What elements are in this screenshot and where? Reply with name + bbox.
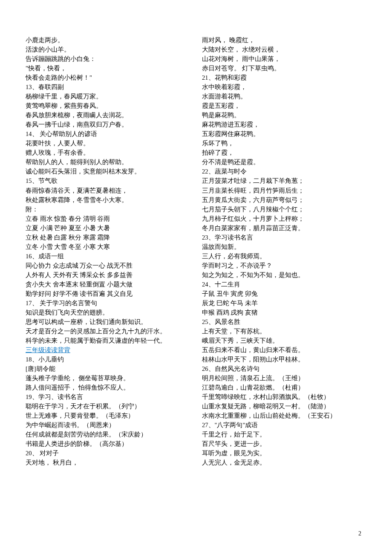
text-line: 19、学习、读书名言 (26, 392, 190, 402)
text-line: 立夏 小满 芒种 夏至 小暑 大暑 (26, 223, 190, 233)
text-line: 15、节气歌 (26, 176, 190, 185)
text-line: 13、春联四副 (26, 82, 190, 92)
text-line: 17、 关于学习的名言警句 (26, 298, 190, 308)
text-line: 霞是五彩霞， (202, 101, 366, 110)
text-line: 立冬 小雪 大雪 冬至 小寒 大寒 (26, 242, 190, 251)
text-line: 27、"八字两句"成语 (202, 420, 366, 430)
text-line: 麻花鸭游进五彩霞， (202, 120, 366, 129)
text-line: 耳听为虚，眼见为实。 (202, 448, 366, 458)
text-line: 春雨惊春清谷天，夏满芒夏暑相连， (26, 186, 190, 195)
text-line: 帮助别人的人，能得到别人的帮助。 (26, 157, 190, 167)
text-line: 同心协力 众志成城 万众一心 战无不胜 (26, 261, 190, 270)
text-line: 天才是百分之一的灵感加上百分之九十九的汗水。 (26, 327, 190, 336)
text-line: 秋处露秋寒霜降，冬雪雪冬小大寒。 (26, 195, 190, 205)
text-line: 黄莺鸣翠柳，紫燕剪春风。 (26, 101, 190, 110)
text-line: 告诉蹦蹦跳跳的小白兔： (26, 54, 190, 64)
text-line: 山花对海树， 雨中山果落， (202, 54, 366, 64)
text-line: 辰龙 巳蛇 午马 未羊 (202, 298, 366, 308)
text-line: 路人借问遥招手， 怕得鱼惊不应人。 (26, 383, 190, 392)
text-line: 水面游着花鸭。 (202, 92, 366, 101)
text-line: 五月黄瓜大街卖，六月葫芦弯似弓； (202, 195, 366, 205)
text-line: 为中华崛起而读书。（周恩来） (26, 420, 190, 430)
text-line: 人外有人 天外有天 博采众长 多多益善 (26, 270, 190, 280)
text-line: 小鹿走两步。 (26, 35, 190, 45)
text-line: 立春 雨水 惊蛰 春分 清明 谷雨 (26, 214, 190, 223)
text-line: 明月松间照，清泉石上流。（王维） (202, 373, 366, 383)
text-line: 子鼠 丑牛 寅虎 卯兔 (202, 289, 366, 298)
text-line: 16、成语一组 (26, 251, 190, 261)
text-line: 赤日对苍穹。 灯下草虫鸣。 (202, 64, 366, 73)
text-line: 五彩霞网住麻花鸭。 (202, 129, 366, 139)
text-line: 快看会走路的小松树！" (26, 73, 190, 82)
text-line: 鸭是麻花鸭。 (202, 110, 366, 120)
text-line: 知识是我们飞向天空的翅膀。 (26, 308, 190, 317)
text-line: 诚心能叫石头落泪，实意能叫枯木发芽。 (26, 167, 190, 176)
text-line: 18、小儿垂钓 (26, 355, 190, 364)
text-line: 正月菠菜才吐绿，二月栽下羊角葱； (202, 176, 366, 185)
text-line: 24、十二生肖 (202, 280, 366, 289)
text-line: 申猴 酉鸡 戌狗 亥猪 (202, 308, 366, 317)
text-line: 五岳归来不看山，黄山归来不看岳。 (202, 345, 366, 355)
text-line: 立秋 处暑 白露 秋分 寒露 霜降 (26, 233, 190, 242)
text-line: 峨眉天下秀，三峡天下雄。 (202, 336, 366, 345)
text-line: 乐坏了鸭， (202, 139, 366, 148)
text-line: 桂林山水甲天下，阳朔山水甲桂林。 (202, 355, 366, 364)
column-container: 小鹿走两步。活泼的小山羊。告诉蹦蹦跳跳的小白兔："快看，快看，快看会走路的小松树… (26, 35, 366, 467)
text-line: 蓬头稚子学垂纶， 侧坐莓苔草映身。 (26, 373, 190, 383)
text-line: 温故而知新。 (202, 242, 366, 251)
text-line: 杨柳绿千里，春风暖万家。 (26, 92, 190, 101)
text-line: 天对地， 秋月白， (26, 458, 190, 467)
text-line: 花要叶扶，人要人帮。 (26, 139, 190, 148)
text-line: 拍碎了霞， (202, 148, 366, 157)
text-line: 雨对风， 晚霞红， (202, 35, 366, 45)
text-line: 25、风景名胜 (202, 317, 366, 327)
page-number: 2 (358, 529, 361, 538)
text-line: 21、花鸭和彩霞 (202, 73, 366, 82)
text-line: 书籍是人类进步的阶梯。（高尔基） (26, 439, 190, 448)
text-line: 14、 关心帮助别人的谚语 (26, 129, 190, 139)
text-line: 九月柿子红似火，十月萝卜上秤称； (202, 214, 366, 223)
document-page: 小鹿走两步。活泼的小山羊。告诉蹦蹦跳跳的小白兔："快看，快看，快看会走路的小松树… (0, 0, 392, 555)
text-line: 春风放胆来梳柳，夜雨瞒人去润花。 (26, 110, 190, 120)
text-line: 世上无难事，只要肯登攀。（毛泽东） (26, 411, 190, 420)
text-line: 冬月白菜家家有，腊月蒜苗正泛青。 (202, 223, 366, 233)
text-line: 赠人玫瑰，手有余香。 (26, 148, 190, 157)
text-line: 水南水北重重柳，山后山前处处梅。（王安石） (202, 411, 366, 420)
text-line: 知之为知之，不知为不知，是知也。 (202, 270, 366, 280)
text-line: 大陆对长空， 水绕对云横， (202, 45, 366, 54)
text-line: 分不清是鸭还是霞。 (202, 157, 366, 167)
right-column: 雨对风， 晚霞红，大陆对长空， 水绕对云横，山花对海树， 雨中山果落，赤日对苍穹… (202, 35, 366, 467)
text-line: 三月韭菜长得旺，四月竹笋雨后生； (202, 186, 366, 195)
text-line: 思考可以构成一座桥，让我们通向新知识。 (26, 317, 190, 327)
text-line: 23、学习读书名言 (202, 233, 366, 242)
text-line: 聪明在于学习，天才在于积累。（列宁） (26, 402, 190, 411)
text-line: 水中映着彩霞， (202, 82, 366, 92)
text-line: 22、蔬菜与时令 (202, 167, 366, 176)
left-column: 小鹿走两步。活泼的小山羊。告诉蹦蹦跳跳的小白兔："快看，快看，快看会走路的小松树… (26, 35, 190, 467)
text-line: 任何成就都是刻苦劳动的结果。（宋庆龄） (26, 430, 190, 439)
text-line: 三人行，必有我师焉。 (202, 251, 366, 261)
text-line: 勤学好问 好学不倦 读书百遍 其义自见 (26, 289, 190, 298)
text-line: "快看，快看， (26, 64, 190, 73)
text-line: 人无完人，金无足赤。 (202, 458, 366, 467)
text-line: 百尺竿头，更进一步。 (202, 439, 366, 448)
text-line: 七月茄子头朝下，八月辣椒个个红； (202, 205, 366, 214)
text-line: 春风一拂千山绿，南燕双归万户春。 (26, 120, 190, 129)
text-line: 附： (26, 205, 190, 214)
text-line: 学而时习之，不亦说乎？ (202, 261, 366, 270)
text-line: 千里莺啼绿映红，水村山郭酒旗风。（杜牧） (202, 392, 366, 402)
text-line: 活泼的小山羊。 (26, 45, 190, 54)
text-line: 上有天堂，下有苏杭。 (202, 327, 366, 336)
text-line: 江碧鸟逾白，山青花欲燃。（杜甫） (202, 383, 366, 392)
text-line: 千里之行，始于足下。 (202, 430, 366, 439)
text-line: 20、 对对子 (26, 448, 190, 458)
text-line: 山重水复疑无路，柳暗花明又一村。（陆游） (202, 402, 366, 411)
text-line: [唐]胡令能 (26, 364, 190, 373)
text-line: 科学的未来，只能属于勤奋而又谦虚的年轻一代。 (26, 336, 190, 345)
text-line: 贪小失大 舍本逐末 轻重倒置 小题大做 (26, 280, 190, 289)
text-line: 26、自然风光名诗句 (202, 364, 366, 373)
text-line: 三年级读读背背 (26, 345, 190, 355)
